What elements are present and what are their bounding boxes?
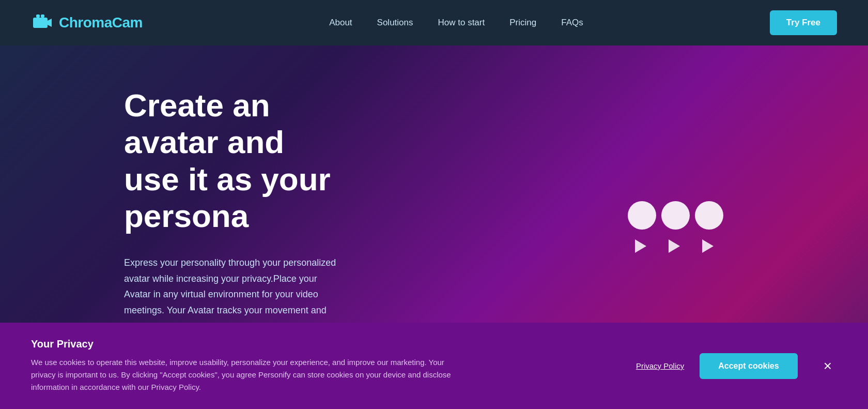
privacy-description: We use cookies to operate this website, … bbox=[31, 356, 455, 393]
avatar-icon-cluster bbox=[628, 201, 723, 258]
svg-rect-0 bbox=[33, 18, 48, 28]
try-free-button[interactable]: Try Free bbox=[770, 10, 837, 35]
privacy-banner: Your Privacy We use cookies to operate t… bbox=[0, 323, 868, 409]
avatar-dot-3 bbox=[695, 201, 723, 230]
svg-rect-3 bbox=[41, 14, 44, 18]
main-nav: About Solutions How to start Pricing FAQ… bbox=[329, 18, 583, 28]
avatar-dot-2 bbox=[661, 201, 690, 230]
svg-rect-2 bbox=[36, 14, 40, 18]
avatar-dot-1 bbox=[628, 201, 656, 230]
privacy-policy-link[interactable]: Privacy Policy bbox=[636, 361, 684, 370]
accept-cookies-button[interactable]: Accept cookies bbox=[700, 353, 797, 379]
avatar-arrow-2 bbox=[661, 235, 685, 258]
nav-how-to-start[interactable]: How to start bbox=[438, 18, 485, 28]
nav-pricing[interactable]: Pricing bbox=[509, 18, 536, 28]
logo-icon bbox=[31, 11, 54, 34]
logo[interactable]: ChromaCam bbox=[31, 11, 143, 34]
hero-title: Create an avatar and use it as your pers… bbox=[124, 87, 341, 234]
nav-about[interactable]: About bbox=[329, 18, 352, 28]
logo-text: ChromaCam bbox=[59, 14, 143, 31]
avatar-arrow-1 bbox=[628, 235, 651, 258]
avatar-arrow-3 bbox=[695, 235, 718, 258]
nav-solutions[interactable]: Solutions bbox=[377, 18, 413, 28]
site-header: ChromaCam About Solutions How to start P… bbox=[0, 0, 868, 46]
privacy-title: Your Privacy bbox=[31, 338, 615, 350]
svg-marker-1 bbox=[48, 19, 52, 27]
nav-faqs[interactable]: FAQs bbox=[561, 18, 583, 28]
close-banner-button[interactable]: × bbox=[818, 356, 837, 376]
privacy-actions: Privacy Policy Accept cookies bbox=[636, 353, 798, 379]
privacy-text-area: Your Privacy We use cookies to operate t… bbox=[31, 338, 615, 393]
